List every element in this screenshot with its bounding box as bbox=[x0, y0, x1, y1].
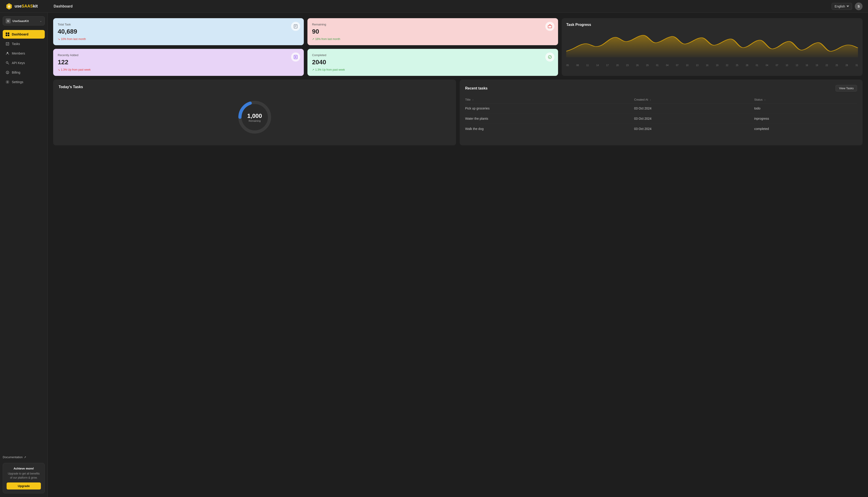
stat-card-remaining: Remaining 90 ↗ 18% from last month bbox=[307, 18, 558, 45]
task-status: inprogress bbox=[754, 114, 857, 124]
language-label: English bbox=[835, 4, 845, 8]
upgrade-button[interactable]: Upgrade bbox=[6, 482, 41, 489]
svg-rect-3 bbox=[6, 32, 7, 34]
sidebar-item-label: Members bbox=[12, 52, 25, 55]
sidebar-item-label: Tasks bbox=[12, 42, 20, 46]
settings-icon bbox=[5, 80, 10, 84]
header: useSAASkit Dashboard English S bbox=[0, 0, 868, 13]
svg-point-11 bbox=[7, 82, 8, 83]
svg-rect-5 bbox=[6, 34, 7, 36]
table-row: Walk the dog 03 Oct 2024 completed bbox=[465, 124, 857, 134]
remaining-change: ↗ 18% from last month bbox=[312, 38, 554, 41]
completed-change: ↗ 1.3% Up from past week bbox=[312, 68, 554, 71]
donut-value: 1,000 bbox=[247, 112, 262, 119]
down-arrow-icon: ↘ bbox=[58, 38, 60, 41]
tasks-icon bbox=[5, 42, 10, 46]
bottom-row: Today's Tasks 1,000 Remaining bbox=[53, 80, 863, 145]
logo-icon bbox=[5, 3, 13, 10]
sidebar-item-billing[interactable]: $ Billing bbox=[3, 68, 45, 77]
recent-tasks-title: Recent tasks bbox=[465, 86, 488, 90]
total-task-title: Total Task bbox=[58, 23, 299, 26]
sort-icon: ↕ bbox=[472, 99, 474, 101]
today-tasks-title: Today's Tasks bbox=[59, 85, 83, 89]
svg-rect-12 bbox=[294, 25, 297, 28]
page-title: Dashboard bbox=[54, 4, 73, 9]
sidebar-item-tasks[interactable]: Tasks bbox=[3, 40, 45, 48]
dashboard-icon bbox=[5, 32, 10, 36]
docs-link[interactable]: Documentation ↗ bbox=[3, 454, 45, 460]
header-right: English S bbox=[832, 2, 863, 10]
recent-tasks-header: Recent tasks View Tasks bbox=[465, 85, 857, 91]
sort-icon: ↕ bbox=[765, 99, 766, 101]
sidebar-item-label: Dashboard bbox=[12, 32, 28, 36]
task-progress-card: Task Progress bbox=[562, 18, 863, 76]
today-tasks-card: Today's Tasks 1,000 Remaining bbox=[53, 80, 456, 145]
stat-card-completed: Completed 2040 ↗ 1.3% Up from past week bbox=[307, 49, 558, 76]
task-title: Water the plants bbox=[465, 114, 634, 124]
upgrade-box: Achieve more! Upgrade to get all benefit… bbox=[3, 463, 45, 493]
task-title: Walk the dog bbox=[465, 124, 634, 134]
chart-labels: 05 08 11 14 17 20 23 26 29 01 04 07 10 1… bbox=[566, 64, 858, 67]
remaining-value: 90 bbox=[312, 28, 554, 35]
table-row: Pick up groceries 03 Oct 2024 todo bbox=[465, 103, 857, 114]
upgrade-box-title: Achieve more! bbox=[6, 467, 41, 470]
sidebar-item-api-keys[interactable]: API Keys bbox=[3, 59, 45, 67]
task-created-at: 03 Oct 2024 bbox=[634, 124, 754, 134]
recently-added-change-text: 1.3% Up from past week bbox=[61, 68, 91, 71]
donut-wrapper: 1,000 Remaining bbox=[237, 99, 273, 136]
logo: useSAASkit bbox=[5, 3, 51, 10]
total-task-value: 40,689 bbox=[58, 28, 299, 35]
user-avatar[interactable]: S bbox=[855, 2, 863, 10]
billing-icon: $ bbox=[5, 70, 10, 74]
tasks-table: Title ↕ Created At ↕ Status ↕ bbox=[465, 96, 857, 134]
sidebar: U UseSaasKit ⌄ Dashboard bbox=[0, 13, 48, 497]
app-body: U UseSaasKit ⌄ Dashboard bbox=[0, 13, 868, 497]
sidebar-item-label: API Keys bbox=[12, 61, 25, 65]
completed-icon bbox=[545, 53, 555, 61]
header-left: useSAASkit Dashboard bbox=[5, 3, 73, 10]
task-progress-chart bbox=[566, 30, 858, 62]
upgrade-box-desc: Upgrade to get all benefits of our platf… bbox=[6, 471, 41, 480]
api-keys-icon bbox=[5, 61, 10, 65]
up-arrow-icon: ↗ bbox=[312, 68, 314, 71]
nav-items: Dashboard Tasks Member bbox=[3, 30, 45, 451]
workspace-selector[interactable]: U UseSaasKit ⌄ bbox=[3, 16, 45, 26]
members-icon bbox=[5, 51, 10, 55]
recently-added-change: ↘ 1.3% Up from past week bbox=[58, 68, 299, 71]
sidebar-item-label: Settings bbox=[12, 80, 24, 84]
workspace-name: UseSaasKit bbox=[13, 19, 38, 23]
chart-container bbox=[566, 30, 858, 62]
sidebar-bottom: Documentation ↗ Achieve more! Upgrade to… bbox=[3, 451, 45, 493]
sidebar-item-dashboard[interactable]: Dashboard bbox=[3, 30, 45, 39]
logo-text: useSAASkit bbox=[15, 4, 38, 9]
view-tasks-button[interactable]: View Tasks bbox=[836, 85, 857, 91]
down-arrow-icon: ↘ bbox=[58, 68, 60, 71]
sidebar-item-settings[interactable]: Settings bbox=[3, 78, 45, 86]
recently-added-title: Recently Added bbox=[58, 53, 299, 57]
docs-label: Documentation bbox=[3, 455, 23, 459]
col-created-at: Created At ↕ bbox=[634, 96, 754, 103]
stat-card-recently-added: Recently Added 122 ↘ 1.3% Up from past w… bbox=[53, 49, 304, 76]
task-status: todo bbox=[754, 103, 857, 114]
sidebar-item-members[interactable]: Members bbox=[3, 49, 45, 58]
stats-left-grid: Total Task 40,689 ↘ 10% from last month bbox=[53, 18, 558, 76]
stat-card-total-task: Total Task 40,689 ↘ 10% from last month bbox=[53, 18, 304, 45]
task-status: completed bbox=[754, 124, 857, 134]
chevron-down-icon bbox=[846, 5, 849, 8]
task-progress-title: Task Progress bbox=[566, 23, 858, 27]
table-row: Water the plants 03 Oct 2024 inprogress bbox=[465, 114, 857, 124]
completed-change-text: 1.3% Up from past week bbox=[315, 68, 345, 71]
sort-icon: ↕ bbox=[650, 99, 651, 101]
donut-container: 1,000 Remaining bbox=[59, 95, 451, 140]
completed-value: 2040 bbox=[312, 59, 554, 66]
external-link-icon: ↗ bbox=[24, 456, 26, 459]
completed-title: Completed bbox=[312, 53, 554, 57]
stats-grid: Total Task 40,689 ↘ 10% from last month bbox=[53, 18, 863, 76]
task-created-at: 03 Oct 2024 bbox=[634, 114, 754, 124]
language-selector[interactable]: English bbox=[832, 3, 852, 10]
svg-rect-4 bbox=[8, 32, 9, 34]
recently-added-value: 122 bbox=[58, 59, 299, 66]
col-status: Status ↕ bbox=[754, 96, 857, 103]
workspace-chevron-icon: ⌄ bbox=[40, 19, 42, 23]
up-arrow-icon: ↗ bbox=[312, 38, 314, 41]
